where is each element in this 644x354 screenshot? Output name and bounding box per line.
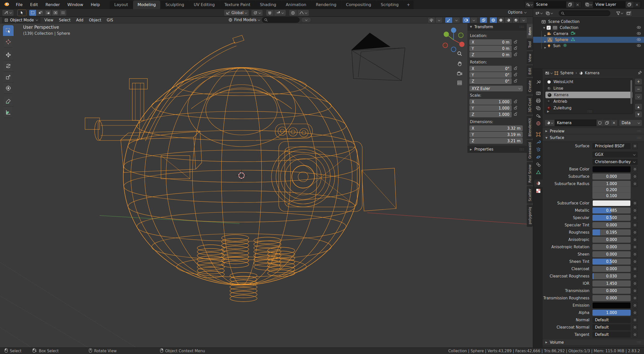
proportional-falloff-dropdown[interactable] (297, 10, 309, 16)
node-socket-icon[interactable] (632, 332, 638, 338)
options-dropdown[interactable]: Options (508, 10, 526, 15)
node-socket-icon[interactable] (632, 324, 638, 330)
workspace-tab-layout[interactable]: Layout (110, 1, 133, 9)
snap-toggle[interactable] (266, 10, 274, 16)
node-socket-icon[interactable] (632, 259, 638, 265)
viewport-canvas[interactable] (0, 23, 533, 347)
outliner-search-input[interactable] (559, 10, 610, 16)
outliner-row-camera[interactable]: ▶Camera (533, 31, 644, 37)
properties-tab-object-data[interactable] (534, 168, 543, 176)
pin-icon[interactable] (638, 71, 642, 76)
distribution-dropdown[interactable]: GGX (592, 152, 638, 158)
n-panel-tab-polygoniq[interactable]: polygoniq (527, 204, 533, 227)
viewport-menu-view[interactable]: View (42, 18, 56, 22)
workspace-tab-rendering[interactable]: Rendering (311, 1, 341, 9)
lock-icon[interactable] (514, 40, 517, 45)
workspace-tab-modeling[interactable]: Modeling (133, 1, 161, 9)
n-panel-tab-graswald[interactable]: Graswald (527, 140, 533, 161)
editor-type-button[interactable] (2, 10, 14, 16)
rotation-x-field[interactable]: X0° (469, 66, 512, 72)
menu-edit[interactable]: Edit (26, 0, 42, 9)
node-socket-icon[interactable] (632, 181, 638, 187)
shading-material-button[interactable] (505, 17, 512, 23)
lock-icon[interactable] (514, 66, 517, 71)
volume-section-header[interactable]: ▶Volume∷∷ (543, 339, 644, 346)
node-socket-icon[interactable] (632, 317, 638, 323)
subsurface-field[interactable]: 0.000 (592, 173, 631, 180)
tangent-dropdown[interactable]: Default (592, 332, 631, 338)
n-panel-tab-edit[interactable]: Edit (527, 65, 533, 77)
transform-panel-header[interactable]: ▼ Transform ∷∷ (467, 23, 527, 30)
node-socket-icon[interactable] (632, 310, 638, 316)
material-link-dropdown[interactable]: Data (619, 120, 642, 126)
toggle-view-grid-icon[interactable] (456, 79, 463, 87)
view-layer-new-copy-button[interactable] (626, 2, 633, 8)
view-layer-name[interactable]: View Layer (593, 2, 626, 7)
clearcoat-normal-dropdown[interactable]: Default (592, 324, 631, 330)
lock-icon[interactable] (514, 99, 517, 104)
surface-shader-field[interactable]: Principled BSDF (592, 143, 631, 149)
tool-move-button[interactable] (3, 49, 14, 60)
subsurface-color-color-swatch[interactable] (592, 200, 631, 206)
workspace-tab-compositing[interactable]: Compositing (341, 1, 376, 9)
breadcrumb-object[interactable]: Sphere (560, 71, 574, 75)
collection-checkbox[interactable]: ✓ (547, 26, 551, 30)
overlays-dropdown[interactable] (470, 17, 477, 23)
scale-y-field[interactable]: Y1.000 (469, 105, 512, 111)
rotation-mode-dropdown[interactable]: XYZ Euler (469, 86, 523, 91)
viewport-menu-object[interactable]: Object (86, 18, 104, 22)
blenderkit-dropdown-button[interactable] (301, 17, 311, 23)
clearcoat-roughness-slider[interactable]: 0.030 (592, 273, 631, 279)
add-slot-button[interactable]: + (635, 78, 642, 85)
proportional-editing-toggle[interactable] (289, 10, 297, 16)
properties-tab-object[interactable] (534, 131, 543, 138)
blender-logo-icon[interactable] (4, 2, 10, 8)
specular-slider[interactable]: 0.500 (592, 215, 631, 221)
n-panel-tab-view[interactable]: View (527, 51, 533, 64)
tool-rotate-button[interactable] (3, 60, 14, 72)
properties-tab-modifiers[interactable] (534, 138, 543, 146)
scale-x-field[interactable]: X1.000 (469, 99, 512, 105)
properties-tab-texture[interactable] (534, 187, 543, 195)
node-socket-icon[interactable] (632, 280, 638, 287)
properties-tab-render[interactable] (534, 89, 543, 97)
alpha-slider[interactable]: 1.000 (592, 310, 631, 316)
tool-cursor-button[interactable] (3, 36, 14, 47)
dimensions-z-field[interactable]: Z3.21 m (469, 138, 523, 144)
select-mode-intersect[interactable] (59, 10, 67, 16)
scene-unlink-button[interactable]: × (574, 2, 581, 8)
node-socket-icon[interactable] (632, 251, 638, 257)
viewport-menu-add[interactable]: Add (73, 18, 86, 22)
gizmos-toggle[interactable] (445, 17, 453, 23)
node-socket-icon[interactable] (632, 229, 638, 235)
eye-icon[interactable] (637, 44, 641, 48)
select-mode-subtract[interactable] (44, 10, 52, 16)
material-browse-dropdown[interactable] (545, 120, 555, 126)
outliner-filter-button[interactable] (615, 11, 624, 16)
camera-data-icon[interactable] (571, 31, 575, 36)
material-name-field[interactable]: Kamera (555, 120, 596, 126)
properties-editor-type-button[interactable] (545, 71, 552, 75)
workspace-tab-texture-paint[interactable]: Texture Paint (220, 1, 255, 9)
metallic-slider[interactable]: 0.485 (592, 207, 631, 214)
camera-view-icon[interactable] (456, 70, 463, 77)
n-panel-tab-item[interactable]: Item (527, 25, 533, 38)
n-panel-tab-blenderkit[interactable]: BlenderKit (527, 116, 533, 139)
add-workspace-button[interactable]: + (404, 1, 413, 9)
node-socket-icon[interactable] (632, 166, 638, 172)
remove-slot-button[interactable]: − (635, 86, 642, 92)
n-panel-tab-create[interactable]: Create (527, 78, 533, 95)
material-slot-weisslicht[interactable]: WeissLicht (545, 79, 633, 85)
specular-tint-field[interactable]: 0.000 (592, 222, 631, 228)
location-y-field[interactable]: Y0 m (469, 46, 512, 51)
lock-icon[interactable] (514, 106, 517, 111)
material-slot-kamera[interactable]: Kamera (545, 92, 632, 98)
anisotropic-rotation-field[interactable]: 0.000 (592, 244, 631, 250)
location-x-field[interactable]: X0 m (469, 39, 512, 45)
outliner-display-mode-button[interactable] (545, 11, 554, 16)
transmission-field[interactable]: 0.000 (592, 288, 631, 294)
surface-section-header[interactable]: ▼Surface∷∷ (543, 134, 644, 141)
unlink-material-button[interactable]: × (611, 120, 618, 126)
rotation-z-field[interactable]: Z0° (469, 78, 512, 84)
select-mode-extend[interactable] (36, 10, 44, 16)
